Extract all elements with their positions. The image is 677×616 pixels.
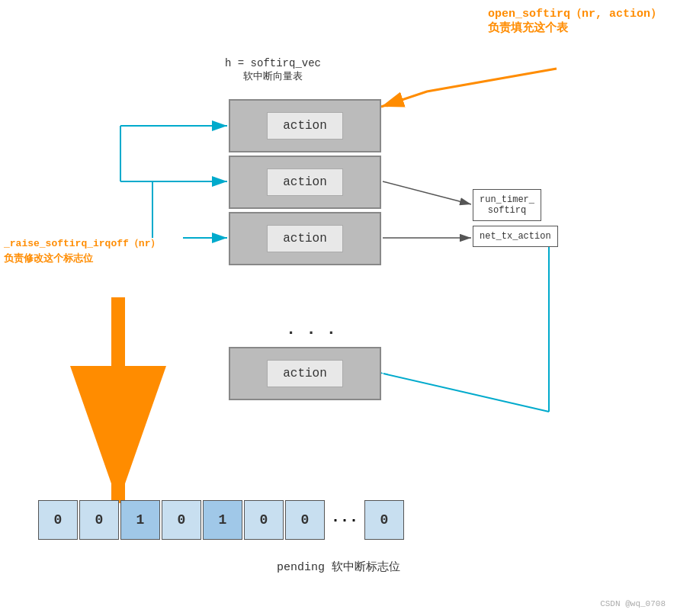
pending-array: 0 0 1 0 1 0 0 ··· 0	[38, 500, 404, 540]
left-annotation: _raise_softirq_irqoff（nr） 负责修改这个标志位	[4, 236, 160, 266]
vec-text-label: 软中断向量表	[225, 69, 321, 83]
net-tx-box: net_tx_action	[473, 226, 558, 247]
softirq-table: action action action	[229, 99, 381, 268]
action-box-2: action	[267, 168, 343, 196]
action-box-3: action	[267, 225, 343, 252]
bit-5: 0	[244, 500, 284, 540]
bit-1: 0	[79, 500, 119, 540]
bit-extra: 0	[364, 500, 404, 540]
action-box-1: action	[267, 112, 343, 140]
left-annotation-line1: _raise_softirq_irqoff（nr）	[4, 236, 160, 252]
dots: · · ·	[286, 324, 336, 343]
vec-code-label: h = softirq_vec	[225, 57, 321, 69]
top-annotation: open_softirq（nr, action） 负责填充这个表	[488, 6, 662, 35]
top-annotation-line1: open_softirq（nr, action）	[488, 6, 662, 21]
bit-0: 0	[38, 500, 78, 540]
top-annotation-line2: 负责填充这个表	[488, 21, 662, 35]
table-row-1: action	[229, 99, 381, 152]
bit-3: 0	[162, 500, 201, 540]
svg-line-10	[383, 181, 471, 204]
pending-label: pending 软中断标志位	[0, 560, 677, 574]
left-annotation-line2: 负责修改这个标志位	[4, 252, 160, 267]
svg-line-12	[383, 374, 549, 412]
bottom-action-container: action	[229, 347, 381, 400]
table-row-2: action	[229, 156, 381, 209]
run-timer-line2: softirq	[480, 205, 534, 216]
net-tx-label: net_tx_action	[480, 231, 551, 242]
bit-2: 1	[120, 500, 160, 540]
run-timer-box: run_timer_ softirq	[473, 189, 541, 221]
table-row-3: action	[229, 212, 381, 265]
vec-label: h = softirq_vec 软中断向量表	[225, 57, 321, 83]
run-timer-line1: run_timer_	[480, 194, 534, 205]
diagram-container: open_softirq（nr, action） 负责填充这个表 h = sof…	[0, 0, 677, 616]
bit-6: 0	[285, 500, 325, 540]
bit-4: 1	[203, 500, 242, 540]
watermark: CSDN @wq_0708	[600, 599, 666, 608]
bottom-action-row: action	[229, 347, 381, 400]
pending-dots: ···	[326, 512, 363, 529]
action-box-bottom: action	[267, 360, 343, 387]
